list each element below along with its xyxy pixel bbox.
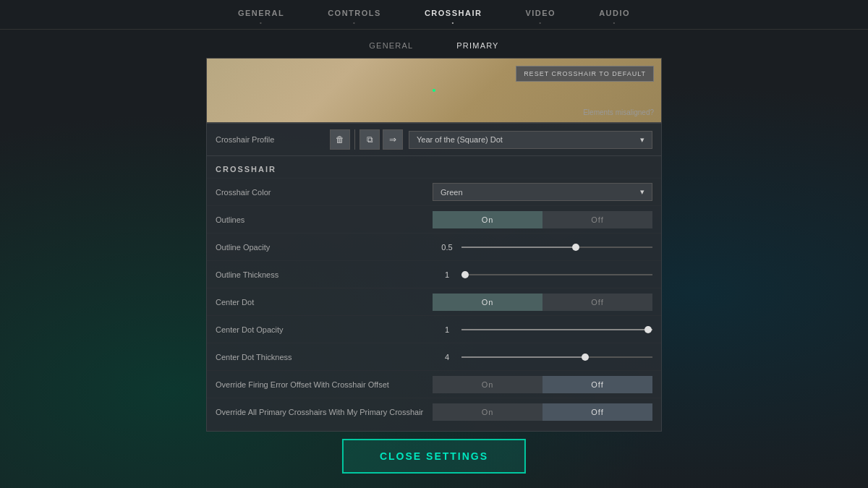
override-primary-toggle: On Off bbox=[433, 403, 652, 421]
center-dot-opacity-slider[interactable] bbox=[461, 322, 652, 337]
override-firing-row: Override Firing Error Offset With Crossh… bbox=[207, 370, 661, 398]
nav-video[interactable]: VIDEO bbox=[525, 9, 556, 23]
profile-row: Crosshair Profile 🗑 ⧉ ⇒ Year of the (Squ… bbox=[207, 124, 661, 156]
outline-thickness-row: Outline Thickness 1 bbox=[207, 260, 661, 288]
override-firing-on-button[interactable]: On bbox=[433, 376, 542, 393]
outline-opacity-label: Outline Opacity bbox=[216, 243, 433, 252]
crosshair-section-header: CROSSHAIR bbox=[207, 156, 661, 178]
center-dot-row: Center Dot On Off bbox=[207, 288, 661, 315]
crosshair-color-control: Green ▾ bbox=[433, 183, 652, 201]
slider-fill-3 bbox=[461, 329, 652, 330]
outline-thickness-label: Outline Thickness bbox=[216, 270, 433, 279]
center-dot-thickness-value: 4 bbox=[433, 353, 461, 361]
override-primary-label: Override All Primary Crosshairs With My … bbox=[216, 408, 433, 416]
center-dot-label: Center Dot bbox=[216, 298, 433, 307]
slider-track bbox=[461, 247, 652, 248]
nav-crosshair[interactable]: CROSSHAIR bbox=[425, 9, 482, 23]
crosshair-preview: RESET CROSSHAIR TO DEFAULT Elements misa… bbox=[206, 58, 662, 123]
outline-opacity-value: 0.5 bbox=[433, 243, 461, 252]
nav-audio[interactable]: AUDIO bbox=[599, 9, 630, 23]
outline-opacity-row: Outline Opacity 0.5 bbox=[207, 233, 661, 260]
override-firing-label: Override Firing Error Offset With Crossh… bbox=[216, 380, 433, 389]
override-firing-toggle: On Off bbox=[433, 376, 652, 393]
settings-panel: Crosshair Profile 🗑 ⧉ ⇒ Year of the (Squ… bbox=[206, 123, 662, 432]
sub-navigation: GENERAL PRIMARY bbox=[0, 30, 868, 54]
color-dropdown-arrow: ▾ bbox=[640, 187, 644, 197]
center-dot-thickness-row: Center Dot Thickness 4 bbox=[207, 343, 661, 370]
outlines-on-button[interactable]: On bbox=[433, 211, 542, 228]
crosshair-color-value: Green bbox=[441, 188, 463, 197]
reset-crosshair-button[interactable]: RESET CROSSHAIR TO DEFAULT bbox=[516, 66, 654, 82]
outlines-label: Outlines bbox=[216, 215, 433, 224]
center-dot-opacity-value: 1 bbox=[433, 325, 461, 334]
crosshair-dot bbox=[433, 89, 435, 92]
center-dot-toggle: On Off bbox=[433, 294, 652, 311]
profile-icons: 🗑 ⧉ ⇒ bbox=[330, 129, 403, 150]
slider-thumb-2 bbox=[461, 271, 469, 278]
slider-thumb-4 bbox=[582, 354, 589, 361]
outlines-row: Outlines On Off bbox=[207, 205, 661, 233]
icon-divider bbox=[354, 129, 355, 150]
profile-label: Crosshair Profile bbox=[216, 135, 324, 144]
slider-fill-4 bbox=[461, 356, 586, 358]
crosshair-color-label: Crosshair Color bbox=[216, 188, 433, 197]
center-dot-thickness-slider[interactable] bbox=[461, 350, 652, 364]
nav-controls[interactable]: CONTROLS bbox=[328, 9, 381, 23]
main-content: RESET CROSSHAIR TO DEFAULT Elements misa… bbox=[206, 58, 662, 432]
close-settings-button[interactable]: CLOSE SETTINGS bbox=[342, 439, 526, 474]
dropdown-arrow-icon: ▾ bbox=[640, 135, 644, 145]
override-firing-off-button[interactable]: Off bbox=[542, 376, 652, 393]
center-dot-opacity-label: Center Dot Opacity bbox=[216, 325, 433, 334]
outline-thickness-value: 1 bbox=[433, 270, 461, 279]
crosshair-color-row: Crosshair Color Green ▾ bbox=[207, 178, 661, 205]
slider-thumb bbox=[572, 244, 579, 251]
override-primary-row: Override All Primary Crosshairs With My … bbox=[207, 398, 661, 425]
crosshair-color-dropdown[interactable]: Green ▾ bbox=[433, 183, 652, 201]
center-dot-off-button[interactable]: Off bbox=[542, 294, 652, 311]
profile-dropdown[interactable]: Year of the (Square) Dot ▾ bbox=[409, 131, 652, 149]
inner-lines-section-header: INNER LINES bbox=[207, 425, 661, 431]
import-profile-button[interactable]: ⇒ bbox=[383, 129, 403, 150]
top-navigation: GENERAL CONTROLS CROSSHAIR VIDEO AUDIO bbox=[0, 0, 868, 30]
subnav-primary[interactable]: PRIMARY bbox=[435, 37, 520, 54]
outlines-toggle: On Off bbox=[433, 211, 652, 228]
slider-thumb-3 bbox=[644, 326, 652, 333]
outline-thickness-slider[interactable] bbox=[461, 267, 652, 282]
nav-general[interactable]: GENERAL bbox=[238, 9, 284, 23]
slider-track-4 bbox=[461, 356, 652, 358]
center-dot-on-button[interactable]: On bbox=[433, 294, 542, 311]
subnav-general[interactable]: GENERAL bbox=[347, 37, 435, 54]
delete-profile-button[interactable]: 🗑 bbox=[330, 129, 350, 150]
profile-selected-value: Year of the (Square) Dot bbox=[417, 135, 503, 144]
settings-scroll-area[interactable]: CROSSHAIR Crosshair Color Green ▾ Outlin… bbox=[207, 156, 661, 431]
center-dot-thickness-label: Center Dot Thickness bbox=[216, 353, 433, 361]
override-primary-on-button[interactable]: On bbox=[433, 403, 542, 421]
center-dot-opacity-row: Center Dot Opacity 1 bbox=[207, 315, 661, 343]
elements-misaligned-text: Elements misaligned? bbox=[583, 108, 654, 116]
outlines-off-button[interactable]: Off bbox=[542, 211, 652, 228]
slider-fill bbox=[461, 247, 576, 248]
copy-profile-button[interactable]: ⧉ bbox=[359, 129, 380, 150]
slider-track-2 bbox=[461, 274, 652, 275]
slider-track-3 bbox=[461, 329, 652, 330]
outline-opacity-slider[interactable] bbox=[461, 240, 652, 254]
override-primary-off-button[interactable]: Off bbox=[542, 403, 652, 421]
